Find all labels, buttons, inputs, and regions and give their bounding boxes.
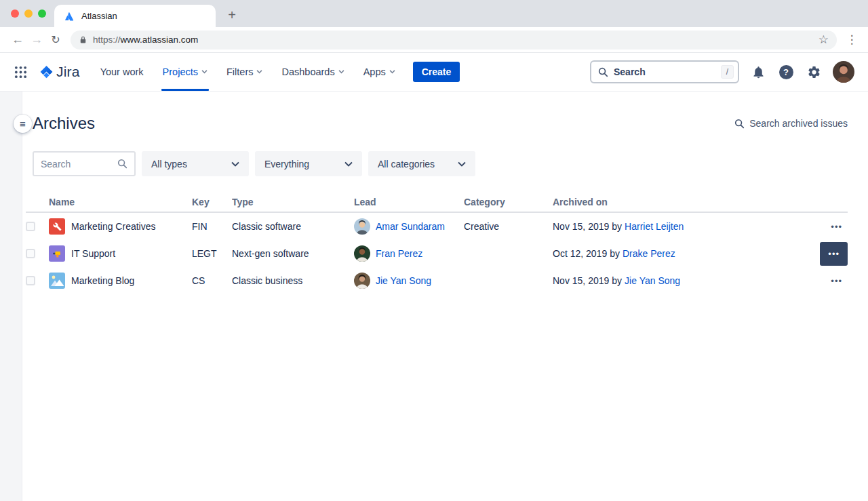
address-bar[interactable]: https://www.atlassian.com ☆ [71, 31, 837, 49]
header-name: Name [49, 197, 192, 207]
project-name[interactable]: Marketing Blog [71, 275, 134, 286]
filter-bar: All types Everything All categories [33, 151, 848, 176]
row-actions-button-open[interactable]: ••• [820, 242, 848, 266]
nav-label: Apps [363, 66, 386, 77]
settings-gear-icon[interactable] [805, 63, 823, 81]
nav-label: Dashboards [281, 66, 334, 77]
url-domain: www.atlassian.com [121, 35, 199, 45]
nav-item-filters[interactable]: Filters [217, 53, 272, 91]
maximize-window-button[interactable] [38, 9, 46, 18]
create-button[interactable]: Create [413, 62, 460, 82]
header-archived-on: Archived on [553, 197, 815, 207]
nav-item-dashboards[interactable]: Dashboards [272, 53, 353, 91]
nav-item-projects[interactable]: Projects [153, 53, 217, 91]
header-key: Key [192, 197, 232, 207]
app-body: ≡ Archives Search archived issues [0, 92, 868, 501]
chevron-down-icon [256, 70, 262, 74]
chevron-down-icon [231, 161, 239, 167]
archived-by-link[interactable]: Jie Yan Song [625, 275, 680, 286]
archived-connector: by [612, 221, 622, 232]
types-dropdown-value: All types [151, 159, 187, 169]
table-header-row: Name Key Type Lead Category Archived on [26, 193, 848, 213]
main-content: Archives Search archived issues [22, 92, 868, 501]
nav-label: Projects [163, 66, 198, 77]
search-shortcut-badge: / [721, 65, 734, 79]
mountains-icon [49, 273, 65, 289]
categories-dropdown[interactable]: All categories [368, 151, 475, 176]
search-archived-issues-link[interactable]: Search archived issues [734, 118, 848, 129]
row-checkbox[interactable] [26, 276, 35, 285]
lead-link[interactable]: Jie Yan Song [376, 275, 431, 286]
row-checkbox[interactable] [26, 249, 35, 258]
lead-link[interactable]: Amar Sundaram [376, 221, 445, 232]
jira-wordmark: Jira [56, 64, 80, 80]
row-checkbox[interactable] [26, 222, 35, 231]
wrench-icon [49, 218, 65, 235]
archived-on-cell: Nov 15, 2019 by Jie Yan Song [553, 275, 815, 286]
bookmark-star-icon[interactable]: ☆ [818, 33, 829, 47]
filter-search-input[interactable] [41, 159, 117, 169]
archived-connector: by [610, 248, 620, 259]
url-text: https://www.atlassian.com [93, 35, 818, 45]
archived-date: Nov 15, 2019 [553, 275, 609, 286]
browser-menu-icon[interactable]: ⋮ [844, 33, 860, 47]
header-category: Category [464, 197, 553, 207]
lead-avatar [354, 218, 370, 235]
search-icon [117, 159, 127, 169]
row-actions-button[interactable]: ••• [825, 273, 848, 289]
nav-item-your-work[interactable]: Your work [91, 53, 153, 91]
notifications-bell-icon[interactable] [749, 63, 767, 81]
archived-date: Nov 15, 2019 [553, 221, 609, 232]
jira-logo[interactable]: Jira [38, 64, 80, 81]
archived-projects-table: Name Key Type Lead Category Archived on [26, 193, 848, 294]
nav-item-apps[interactable]: Apps [354, 53, 405, 91]
project-type: Classic software [232, 221, 354, 232]
lead-link[interactable]: Fran Perez [376, 248, 422, 259]
scope-dropdown[interactable]: Everything [255, 151, 362, 176]
chevron-down-icon [201, 70, 208, 74]
minimize-window-button[interactable] [24, 9, 33, 18]
app-switcher-icon[interactable] [9, 61, 31, 83]
help-icon[interactable]: ? [777, 63, 795, 81]
archived-on-cell: Oct 12, 2019 by Drake Perez [553, 248, 815, 259]
close-window-button[interactable] [11, 9, 19, 18]
search-icon [598, 67, 608, 77]
browser-tab-bar: Atlassian + [0, 0, 868, 27]
table-row: IT Support LEGT Next-gen software Fran P… [26, 240, 848, 267]
archived-connector: by [612, 275, 622, 286]
forward-button[interactable]: → [27, 31, 46, 49]
row-actions-button[interactable]: ••• [825, 218, 848, 235]
jira-top-nav: Jira Your work Projects Filters Dashboar… [0, 53, 868, 92]
reload-button[interactable]: ↻ [46, 31, 65, 49]
atlassian-favicon [64, 11, 75, 22]
lead-avatar [354, 245, 370, 262]
nav-label: Your work [100, 66, 144, 77]
chevron-down-icon [389, 70, 395, 74]
tab-title: Atlassian [81, 11, 117, 21]
types-dropdown[interactable]: All types [142, 151, 249, 176]
browser-tab[interactable]: Atlassian [54, 5, 216, 27]
project-key: CS [192, 275, 232, 286]
user-avatar[interactable] [833, 61, 854, 83]
filter-search[interactable] [33, 151, 136, 176]
browser-window: Atlassian + ← → ↻ https://www.atlassian.… [0, 0, 868, 501]
archived-on-cell: Nov 15, 2019 by Harriet Leijten [553, 221, 815, 232]
project-name[interactable]: Marketing Creatives [71, 221, 156, 232]
header-lead: Lead [354, 197, 464, 207]
chevron-down-icon [344, 161, 353, 167]
archived-by-link[interactable]: Drake Perez [623, 248, 675, 259]
sidebar-toggle-button[interactable]: ≡ [14, 115, 32, 133]
lock-icon [79, 35, 87, 44]
project-category: Creative [464, 221, 553, 232]
global-search-input[interactable] [614, 66, 715, 77]
primary-nav: Your work Projects Filters Dashboards Ap… [91, 53, 405, 91]
back-button[interactable]: ← [8, 31, 27, 49]
nav-right-controls: / ? [590, 60, 854, 83]
table-row: Marketing Creatives FIN Classic software… [26, 213, 848, 240]
project-name[interactable]: IT Support [71, 248, 115, 259]
archived-date: Oct 12, 2019 [553, 248, 607, 259]
new-tab-button[interactable]: + [222, 5, 241, 24]
archived-by-link[interactable]: Harriet Leijten [625, 221, 684, 232]
global-search[interactable]: / [590, 60, 739, 83]
nav-label: Filters [226, 66, 253, 77]
